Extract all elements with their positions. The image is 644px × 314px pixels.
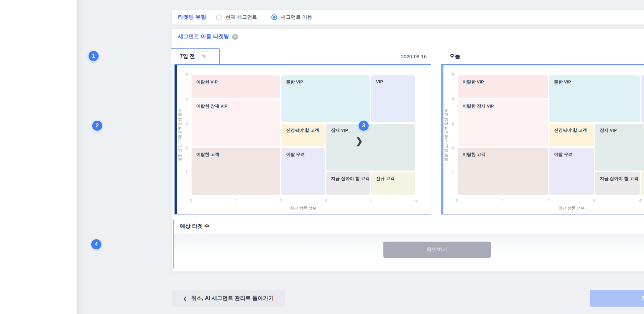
radio-segment-move-label: 세그먼트 이동 [281,14,312,20]
x-axis-label: 최근 방문 점수 [290,205,317,211]
segment-label: 이탈한 VIP [196,79,218,85]
radio-segment-move[interactable] [271,14,277,20]
x-tick: 3 [593,198,596,203]
confirm-button[interactable]: 확인하기 [383,242,491,258]
segment-label: 지금 잡아야 할 고객 [600,176,638,182]
segment-box[interactable]: 이탈 우려 [281,147,326,195]
segment-label: 신경써야 할 고객 [554,127,587,133]
segment-label: 뜰한 VIP [554,79,571,85]
save-button[interactable]: 저장 ❯ [590,290,644,307]
y-tick: 4 [452,97,454,102]
x-tick: 0 [190,198,192,203]
y-tick: 1 [452,169,454,174]
chart-after-accent-bar [441,65,443,214]
step-badge-3: 3 [359,121,369,131]
segment-box[interactable]: 뜰한 VIP [549,75,640,123]
x-tick: 5 [414,198,417,203]
segment-box[interactable]: 이탈한 고객 [457,147,549,195]
segment-box[interactable]: 뜰한 VIP [281,75,371,123]
expected-target-body: 확인하기 [174,234,644,269]
segment-box[interactable]: 이탈한 고객 [191,147,281,195]
segment-box[interactable]: 신규 고객 [371,171,416,195]
chart-before-accent-bar [175,65,177,214]
segment-label: 뜰한 VIP [286,79,303,85]
x-tick: 4 [369,198,372,203]
y-tick: 4 [185,97,188,102]
content-panel: 타겟팅 유형 현재 세그먼트 세그먼트 이동 세그먼트 이동 타겟팅 ? 7일 … [77,0,644,314]
segment-box[interactable]: 이탈한 VIP [191,75,281,99]
y-tick: 2 [452,145,454,150]
chart-before-title: 7일 전 [180,53,195,60]
pencil-icon: ✎ [202,54,206,59]
y-axis-label: 방문 빈도, 구매 금액 합산 점수 [177,109,182,161]
x-tick: 1 [234,198,237,203]
x-axis-label: 최근 방문 점수 [558,205,585,211]
x-tick: 2 [547,198,550,203]
segment-label: 이탈한 잠재 VIP [463,103,494,109]
segment-box[interactable]: 지금 잡아야 할 고객 [326,171,371,195]
segment-label: 이탈한 고객 [463,151,486,158]
radio-current-segment[interactable] [216,14,222,20]
step-badge-4: 4 [91,239,101,249]
y-tick: 5 [185,72,188,77]
period-selector[interactable]: 7일 전 ✎ [171,48,220,64]
x-tick: 1 [502,198,504,203]
expected-target-title: 예상 타겟 수 [174,219,644,234]
section-header: 세그먼트 이동 타겟팅 ? [172,29,644,40]
radio-option-current-segment[interactable]: 현재 세그먼트 [216,14,257,20]
x-tick: 2 [279,198,282,203]
y-axis-label: 방문 빈도, 구매 금액 합산 점수 [444,109,449,161]
segment-label: 이탈 우려 [286,151,305,158]
segment-box[interactable]: 잠재 VIP [594,123,644,171]
segment-label: 이탈한 VIP [463,79,484,85]
cancel-button-label: 취소, AI 세그먼트 관리로 돌아가기 [191,295,274,302]
chart-before-date: 2020-09-16 [401,54,427,59]
segment-label: 지금 잡아야 할 고객 [331,176,370,182]
segment-move-targeting-card: 세그먼트 이동 타겟팅 ? 7일 전 ✎ 2020-09-16 최근 방문 점수… [172,29,644,271]
y-tick: 1 [185,169,188,174]
radio-option-segment-move[interactable]: 세그먼트 이동 [271,14,312,20]
segment-label: 잠재 VIP [331,127,348,133]
chart-after-box: 최근 방문 점수 방문 빈도, 구매 금액 합산 점수 이탈한 VIP뜰한 VI… [441,64,644,214]
radio-current-segment-label: 현재 세그먼트 [225,14,257,20]
segment-label: VIP [376,79,383,84]
section-title: 세그먼트 이동 타겟팅 [178,33,229,40]
segment-box[interactable]: 지금 잡아야 할 고객 [594,171,640,195]
segment-label: 신경써야 할 고객 [286,127,319,133]
segment-box[interactable]: 이탈한 잠재 VIP [457,99,549,147]
segment-label: 이탈 우려 [554,151,573,158]
segment-box[interactable]: 신경써야 할 고객 [549,123,594,147]
chart-after-header: 오늘 2020-09-23 [441,48,644,64]
x-tick: 0 [456,198,458,203]
segment-box[interactable]: VIP [371,75,416,123]
targeting-type-label: 타겟팅 유형 [178,14,206,21]
segment-box[interactable]: 신규 고객 [640,171,644,195]
expected-target-box: 예상 타겟 수 확인하기 [173,219,644,269]
segment-box[interactable]: 이탈한 잠재 VIP [191,99,281,147]
segment-box[interactable]: 잠재 VIP [326,123,416,171]
segment-label: 신규 고객 [376,176,395,182]
x-tick: 4 [639,198,641,203]
segment-box[interactable]: 신경써야 할 고객 [281,123,326,147]
edit-period-button[interactable]: ✎ [199,51,209,61]
segment-box[interactable]: 이탈한 VIP [457,75,549,99]
cancel-button[interactable]: ❮ 취소, AI 세그먼트 관리로 돌아가기 [172,290,285,307]
x-tick: 3 [324,198,327,203]
segment-box[interactable]: VIP [640,75,644,123]
step-badge-2: 2 [92,121,102,131]
segment-label: 이탈한 고객 [196,151,219,158]
y-tick: 3 [185,121,188,126]
segment-label: 이탈한 잠재 VIP [196,103,227,109]
y-tick: 5 [452,72,454,77]
save-button-label: 저장 [641,295,644,301]
chart-before-box: 최근 방문 점수 방문 빈도, 구매 금액 합산 점수 이탈한 VIP뜰한 VI… [174,64,431,214]
help-icon[interactable]: ? [232,34,238,40]
segment-label: 잠재 VIP [600,127,617,133]
segment-box[interactable]: 이탈 우려 [549,147,594,195]
targeting-type-card: 타겟팅 유형 현재 세그먼트 세그먼트 이동 [172,10,644,24]
chart-after: 오늘 2020-09-23 최근 방문 점수 방문 빈도, 구매 금액 합산 점… [441,48,644,214]
chevron-left-icon: ❮ [183,296,187,301]
chart-after-title: 오늘 [449,53,460,60]
step-badge-1: 1 [89,51,99,61]
segment-matrix-plot: 최근 방문 점수 방문 빈도, 구매 금액 합산 점수 이탈한 VIP뜰한 VI… [191,75,416,195]
